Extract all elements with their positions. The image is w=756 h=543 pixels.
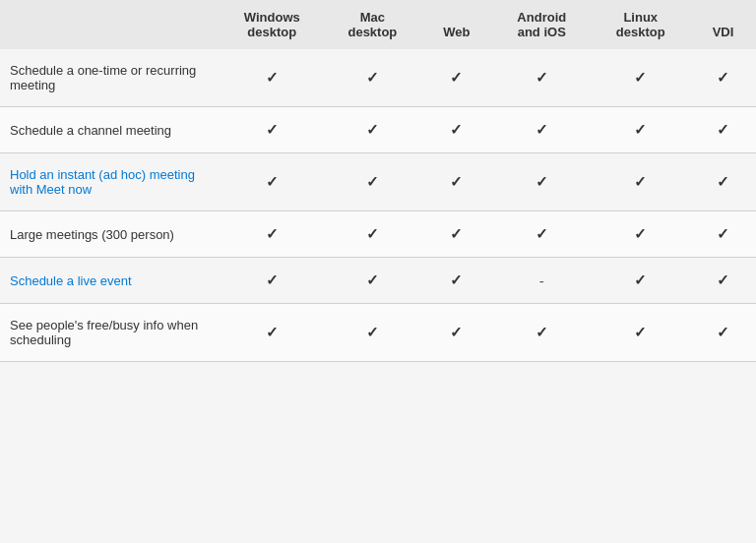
- check-icon: ✓: [634, 324, 647, 340]
- cell-mac: ✓: [324, 107, 420, 153]
- check-icon: ✓: [266, 69, 279, 86]
- check-icon: ✓: [536, 121, 548, 138]
- header-mac: Mac desktop: [324, 0, 420, 49]
- check-icon: ✓: [450, 69, 463, 86]
- header-windows: Windows desktop: [220, 0, 324, 49]
- cell-linux: ✓: [592, 49, 690, 107]
- check-icon: ✓: [366, 324, 379, 340]
- table-row: See people's free/busy info when schedul…: [0, 304, 756, 362]
- check-icon: ✓: [717, 121, 729, 138]
- check-icon: ✓: [634, 69, 647, 86]
- check-icon: ✓: [266, 225, 279, 242]
- check-icon: ✓: [717, 69, 729, 86]
- cell-windows: ✓: [220, 258, 324, 304]
- check-icon: ✓: [366, 272, 379, 288]
- cell-windows: ✓: [220, 49, 324, 107]
- check-icon: ✓: [634, 225, 647, 242]
- check-icon: ✓: [450, 173, 463, 190]
- check-icon: ✓: [366, 69, 379, 86]
- cell-web: ✓: [421, 211, 493, 258]
- table-row: Schedule a live event✓✓✓-✓✓: [0, 258, 756, 304]
- check-icon: ✓: [450, 272, 463, 288]
- header-linux: Linux desktop: [592, 0, 690, 49]
- check-icon: ✓: [717, 324, 729, 340]
- cell-android: ✓: [492, 304, 591, 362]
- cell-android: ✓: [492, 211, 591, 258]
- check-icon: ✓: [450, 121, 463, 138]
- check-icon: ✓: [634, 173, 647, 190]
- check-icon: ✓: [266, 173, 279, 190]
- feature-link[interactable]: Schedule a live event: [10, 273, 132, 288]
- cell-vdi: ✓: [690, 153, 756, 211]
- table-row: Large meetings (300 person)✓✓✓✓✓✓: [0, 211, 756, 258]
- feature-cell[interactable]: Hold an instant (ad hoc) meeting with Me…: [0, 153, 220, 211]
- cell-mac: ✓: [324, 211, 420, 258]
- cell-windows: ✓: [220, 153, 324, 211]
- cell-windows: ✓: [220, 107, 324, 153]
- table-row: Schedule a channel meeting✓✓✓✓✓✓: [0, 107, 756, 153]
- check-icon: ✓: [450, 225, 463, 242]
- check-icon: ✓: [366, 225, 379, 242]
- cell-web: ✓: [421, 107, 493, 153]
- cell-mac: ✓: [324, 304, 420, 362]
- cell-linux: ✓: [592, 304, 690, 362]
- check-icon: ✓: [536, 69, 548, 86]
- feature-comparison-table: Windows desktop Mac desktop Web Android …: [0, 0, 756, 362]
- check-icon: ✓: [366, 121, 379, 138]
- table-body: Schedule a one-time or recurring meeting…: [0, 49, 756, 362]
- header-feature: [0, 0, 220, 49]
- feature-cell: Schedule a channel meeting: [0, 107, 220, 153]
- check-icon: ✓: [450, 324, 463, 340]
- cell-android: ✓: [492, 107, 591, 153]
- cell-linux: ✓: [592, 258, 690, 304]
- header-web: Web: [421, 0, 493, 49]
- cell-vdi: ✓: [690, 211, 756, 258]
- cell-windows: ✓: [220, 211, 324, 258]
- cell-android: ✓: [492, 49, 591, 107]
- header-vdi: VDI: [690, 0, 756, 49]
- check-icon: ✓: [266, 272, 279, 288]
- check-icon: ✓: [717, 272, 729, 288]
- cell-web: ✓: [421, 153, 493, 211]
- cell-web: ✓: [421, 258, 493, 304]
- check-icon: ✓: [366, 173, 379, 190]
- header-android: Android and iOS: [492, 0, 591, 49]
- check-icon: ✓: [266, 121, 279, 138]
- check-icon: ✓: [536, 324, 548, 340]
- check-icon: ✓: [634, 121, 647, 138]
- check-icon: ✓: [634, 272, 647, 288]
- feature-cell: Large meetings (300 person): [0, 211, 220, 258]
- dash-icon: -: [539, 272, 544, 289]
- comparison-table-container: Windows desktop Mac desktop Web Android …: [0, 0, 756, 543]
- cell-android: ✓: [492, 153, 591, 211]
- cell-web: ✓: [421, 49, 493, 107]
- cell-mac: ✓: [324, 258, 420, 304]
- feature-cell: Schedule a one-time or recurring meeting: [0, 49, 220, 107]
- table-header-row: Windows desktop Mac desktop Web Android …: [0, 0, 756, 49]
- cell-vdi: ✓: [690, 49, 756, 107]
- cell-linux: ✓: [592, 211, 690, 258]
- cell-mac: ✓: [324, 153, 420, 211]
- table-row: Schedule a one-time or recurring meeting…: [0, 49, 756, 107]
- check-icon: ✓: [717, 173, 729, 190]
- cell-linux: ✓: [592, 153, 690, 211]
- cell-vdi: ✓: [690, 107, 756, 153]
- cell-web: ✓: [421, 304, 493, 362]
- check-icon: ✓: [536, 173, 548, 190]
- cell-mac: ✓: [324, 49, 420, 107]
- feature-cell: See people's free/busy info when schedul…: [0, 304, 220, 362]
- check-icon: ✓: [717, 225, 729, 242]
- check-icon: ✓: [536, 225, 548, 242]
- cell-vdi: ✓: [690, 304, 756, 362]
- cell-vdi: ✓: [690, 258, 756, 304]
- feature-cell[interactable]: Schedule a live event: [0, 258, 220, 304]
- check-icon: ✓: [266, 324, 279, 340]
- cell-android: -: [492, 258, 591, 304]
- cell-linux: ✓: [592, 107, 690, 153]
- cell-windows: ✓: [220, 304, 324, 362]
- table-row: Hold an instant (ad hoc) meeting with Me…: [0, 153, 756, 211]
- feature-link[interactable]: Hold an instant (ad hoc) meeting with Me…: [10, 167, 195, 197]
